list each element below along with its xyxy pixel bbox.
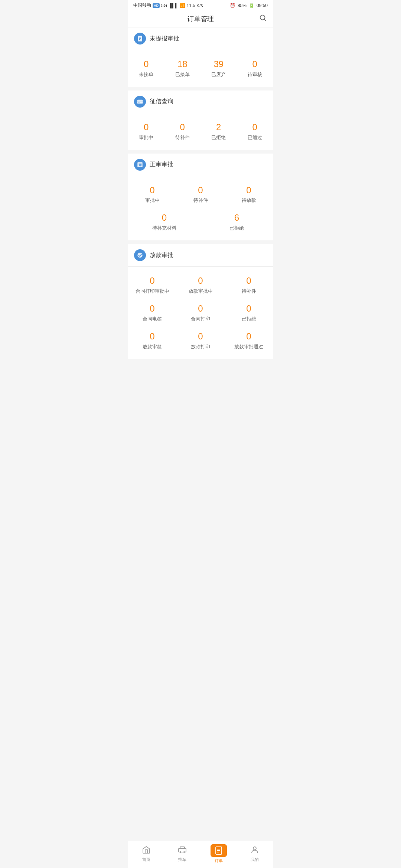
stat-number-zs-yjj: 6 — [234, 213, 239, 223]
carrier-text: 中国移动 — [133, 2, 151, 9]
stat-fk-fangkuan-tonguo[interactable]: 0 放款审批通过 — [225, 328, 273, 353]
review-icon: 审 — [137, 161, 143, 168]
approve-icon — [137, 252, 143, 259]
status-left: 中国移动 HD 5G ▐▌▌ 📶 11.5 K/s — [133, 2, 203, 9]
stat-number-fk-htdy: 0 — [198, 303, 203, 314]
stat-zs-shenpizhong[interactable]: 0 审批中 — [128, 182, 176, 207]
svg-point-11 — [137, 253, 143, 258]
wifi-icon: 📶 — [180, 3, 185, 8]
stat-number-fk-fkspz: 0 — [198, 276, 203, 286]
stat-weijiedan[interactable]: 0 未接单 — [128, 56, 164, 81]
section-icon-zhengxin — [134, 96, 146, 108]
report-icon — [137, 35, 143, 42]
stats-section-zhengshen: 0 审批中 0 待补件 0 待放款 0 待补充材料 6 — [128, 176, 273, 241]
stat-label-fk-htdysppz: 合同打印审批中 — [136, 288, 169, 295]
stat-label-fk-fkdy: 放款打印 — [191, 343, 210, 350]
alarm-icon: ⏰ — [230, 3, 235, 8]
stats-row2-zhengshen: 0 待补充材料 6 已拒绝 — [128, 210, 273, 234]
stat-label-fk-htdy: 合同打印 — [191, 316, 210, 322]
stats-row1-fangkuan: 0 合同打印审批中 0 放款审批中 0 待补件 — [128, 273, 273, 297]
stat-number-zx-spz: 0 — [144, 122, 149, 133]
stat-label-zx-dbj: 待补件 — [175, 134, 190, 141]
battery-icon: 🔋 — [249, 3, 254, 8]
stat-zhengxin-daibujian[interactable]: 0 待补件 — [164, 119, 201, 144]
status-right: ⏰ 85% 🔋 09:50 — [230, 3, 268, 8]
stat-label-daishenhe: 待审核 — [248, 71, 262, 78]
stat-fk-fangkuan-approving[interactable]: 0 放款审批中 — [176, 273, 225, 297]
stats-grid-zhengxin: 0 审批中 0 待补件 2 已拒绝 0 已通过 — [128, 113, 273, 150]
search-button[interactable] — [259, 14, 267, 24]
signal-icon: ▐▌▌ — [169, 3, 178, 8]
section-header-weiti: 未提报审批 — [128, 27, 273, 50]
section-icon-zhengshen: 审 — [134, 159, 146, 171]
stat-number-fk-htdysppz: 0 — [150, 276, 154, 286]
section-icon-fangkuan — [134, 249, 146, 261]
stat-zs-daibujian[interactable]: 0 待补件 — [176, 182, 225, 207]
stat-fk-daibujian[interactable]: 0 待补件 — [225, 273, 273, 297]
stats-section-fangkuan: 0 合同打印审批中 0 放款审批中 0 待补件 0 合同电签 0 — [128, 267, 273, 359]
stat-fk-fangkuan-dayin[interactable]: 0 放款打印 — [176, 328, 225, 353]
stat-label-zs-yjj: 已拒绝 — [229, 225, 244, 231]
section-header-zhengxin: 征信查询 — [128, 91, 273, 113]
stat-fk-fangkuan-qian[interactable]: 0 放款审签 — [128, 328, 176, 353]
stat-zs-daibuchong[interactable]: 0 待补充材料 — [128, 210, 200, 234]
stat-daishenhe[interactable]: 0 待审核 — [237, 56, 273, 81]
stat-yifeqi[interactable]: 39 已废弃 — [200, 56, 237, 81]
stat-number-zx-yjj: 2 — [216, 122, 221, 133]
stat-label-zx-yjj: 已拒绝 — [211, 134, 226, 141]
stat-number-yifeqi: 39 — [213, 59, 224, 70]
content-area: 未提报审批 0 未接单 18 已接单 39 已废弃 0 待审核 — [128, 27, 273, 389]
stat-number-fk-fktg: 0 — [246, 331, 251, 342]
section-title-fangkuan: 放款审批 — [150, 251, 173, 259]
stat-label-zs-dbc: 待补充材料 — [152, 225, 176, 231]
stats-row2-fangkuan: 0 合同电签 0 合同打印 0 已拒绝 — [128, 300, 273, 325]
stat-number-zs-spz: 0 — [150, 185, 154, 196]
section-zhengshen: 审 正审审批 0 审批中 0 待补件 0 待放款 — [128, 154, 273, 241]
section-icon-weiti — [134, 33, 146, 45]
stat-zhengxin-yijujue[interactable]: 2 已拒绝 — [200, 119, 237, 144]
clock-time: 09:50 — [257, 3, 268, 8]
speed-text: 11.5 K/s — [187, 3, 203, 8]
stat-label-zx-spz: 审批中 — [139, 134, 153, 141]
stat-number-zs-dfk: 0 — [246, 185, 251, 196]
stat-number-yijiedan: 18 — [177, 59, 188, 70]
stat-number-fk-hteq: 0 — [150, 303, 154, 314]
stat-label-weijiedan: 未接单 — [139, 71, 153, 78]
stat-label-fk-fktg: 放款审批通过 — [234, 343, 263, 350]
stats-grid-weiti: 0 未接单 18 已接单 39 已废弃 0 待审核 — [128, 50, 273, 87]
svg-rect-8 — [138, 102, 140, 103]
stat-fk-hetong-print[interactable]: 0 合同打印 — [176, 300, 225, 325]
stat-fk-hetong-eqian[interactable]: 0 合同电签 — [128, 300, 176, 325]
section-title-zhengxin: 征信查询 — [150, 98, 173, 105]
battery-text: 85% — [238, 3, 247, 8]
stat-zs-daifangkuan[interactable]: 0 待放款 — [225, 182, 273, 207]
stat-number-fk-fkqs: 0 — [150, 331, 154, 342]
stat-number-weijiedan: 0 — [144, 59, 149, 70]
stat-number-zx-dbj: 0 — [180, 122, 185, 133]
stat-label-zs-spz: 审批中 — [145, 197, 160, 204]
stat-fk-hetong-print-approve[interactable]: 0 合同打印审批中 — [128, 273, 176, 297]
stat-number-fk-fkdy: 0 — [198, 331, 203, 342]
page-title: 订单管理 — [187, 14, 214, 23]
stats-row3-fangkuan: 0 放款审签 0 放款打印 0 放款审批通过 — [128, 328, 273, 353]
stat-number-fk-dbj: 0 — [246, 276, 251, 286]
section-weiti: 未提报审批 0 未接单 18 已接单 39 已废弃 0 待审核 — [128, 27, 273, 87]
credit-icon — [137, 98, 143, 105]
stat-label-yijiedan: 已接单 — [175, 71, 190, 78]
stat-number-daishenhe: 0 — [252, 59, 257, 70]
stat-zs-yijujue[interactable]: 6 已拒绝 — [200, 210, 273, 234]
stat-yijiedan[interactable]: 18 已接单 — [164, 56, 201, 81]
header: 订单管理 — [128, 11, 273, 27]
stat-number-zx-ytg: 0 — [252, 122, 257, 133]
svg-text:审: 审 — [138, 162, 142, 167]
hd-badge: HD — [153, 3, 160, 8]
stat-zhengxin-yitonguo[interactable]: 0 已通过 — [237, 119, 273, 144]
stat-number-zs-dbj: 0 — [198, 185, 203, 196]
stat-fk-yijujue[interactable]: 0 已拒绝 — [225, 300, 273, 325]
search-icon — [259, 14, 267, 22]
section-header-zhengshen: 审 正审审批 — [128, 154, 273, 176]
stat-label-yifeqi: 已废弃 — [211, 71, 226, 78]
stat-zhengxin-shenpizhong[interactable]: 0 审批中 — [128, 119, 164, 144]
svg-rect-6 — [137, 100, 143, 104]
stat-label-fk-yjj: 已拒绝 — [242, 316, 256, 322]
